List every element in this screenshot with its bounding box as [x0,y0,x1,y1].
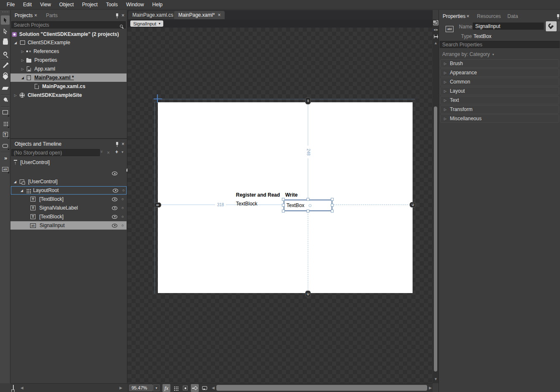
resize-handle-e[interactable] [331,204,334,207]
menu-help[interactable]: Help [148,2,167,8]
expanded-icon[interactable]: ◢ [14,180,16,184]
tree-item-solution[interactable]: Solution "ClientSDKExample" (2 projects) [10,30,127,38]
design-view-icon[interactable] [433,20,438,25]
vscroll-up-icon[interactable]: ▲ [434,41,438,45]
resize-handle-se[interactable] [331,210,334,212]
new-storyboard-icon[interactable]: + [115,149,118,155]
resize-handle-nw[interactable] [282,198,285,201]
menu-tools[interactable]: Tools [102,2,122,8]
tab-close-icon[interactable]: × [218,12,220,18]
object-row-textblock-2[interactable]: T [TextBlock] ○ [10,212,127,221]
scroll-right-icon[interactable]: ▶ [119,386,122,390]
eye-icon[interactable] [112,215,117,219]
resize-handle-s[interactable] [307,210,309,212]
search-properties-input[interactable] [440,41,560,48]
assets-tool-icon[interactable]: » [1,153,10,162]
tree-item-project[interactable]: ◢ ClientSDKExample [10,38,127,47]
category-brush[interactable]: ▷ Brush [440,59,559,68]
canvas-textblock-register-read[interactable]: Register and Read [236,192,280,198]
eye-icon[interactable] [112,206,117,210]
eraser-tool-icon[interactable] [1,83,10,93]
pan-tool-icon[interactable] [1,38,10,47]
tree-item-mainpage-xaml[interactable]: ◢ MainPage.xaml * [10,73,127,82]
lock-dot-icon[interactable]: ○ [122,206,124,210]
anchor-top-closed-icon[interactable]: ∞ [305,97,311,104]
xaml-view-icon[interactable]: <> [433,27,438,33]
scroll-left-icon[interactable]: ◀ [20,386,23,390]
tree-item-mainpage-cs[interactable]: MainPage.xaml.cs [10,82,127,91]
tab-resources[interactable]: Resources [477,13,501,19]
tree-item-references[interactable]: ▷ References [10,47,127,56]
object-row-signalinput[interactable]: ab SignalInput ○ [10,221,127,230]
resize-handle-ne[interactable] [331,198,334,201]
storyboard-open-icon[interactable]: » [99,150,104,153]
category-common[interactable]: ▷ Common [440,78,559,86]
anchor-left-closed-icon[interactable]: ∞ [154,202,161,207]
show-snap-grid-icon[interactable] [172,384,180,392]
object-row-signalvaluelabel[interactable]: T SignalValueLabel ○ [10,204,127,212]
collapsed-icon[interactable]: ▷ [21,58,24,62]
resize-handle-n[interactable] [307,198,309,201]
menu-view[interactable]: View [36,2,55,8]
selection-tool-icon[interactable] [1,15,10,25]
lock-dot-icon[interactable]: ○ [122,197,124,201]
scope-up-row[interactable]: ↑ [UserControl] [14,159,50,165]
scope-up-icon[interactable]: ↑ [14,160,17,165]
button-control-tool-icon[interactable] [1,141,10,150]
resize-handle-sw[interactable] [282,210,285,212]
direct-selection-tool-icon[interactable] [1,27,10,36]
hscroll-left-icon[interactable]: ◀ [212,386,215,390]
hscroll-thumb[interactable] [216,385,427,391]
tab-properties[interactable]: Properties [443,13,466,19]
projects-tab-close-icon[interactable]: × [34,13,37,18]
snap-to-gridlines-icon[interactable] [181,384,189,392]
lock-dot-icon[interactable]: ○ [122,215,124,219]
properties-tab-close-icon[interactable]: × [466,13,469,19]
tab-data[interactable]: Data [507,13,518,19]
menu-project[interactable]: Project [78,2,102,8]
vscroll-down-icon[interactable]: ▼ [434,377,438,381]
collapsed-icon[interactable]: ▷ [14,94,17,97]
menu-file[interactable]: File [3,2,19,8]
collapsed-icon[interactable]: ▷ [21,67,24,71]
zoom-level-value[interactable]: 95.47% [129,384,153,391]
canvas-textblock-write[interactable]: Write [285,192,298,198]
lock-dot-icon[interactable]: ○ [122,223,124,228]
storyboard-options-icon[interactable]: ▾ [122,150,124,154]
zoom-dropdown-icon[interactable]: ▾ [153,384,160,391]
tab-mainpage-xaml[interactable]: MainPage.xaml* × [174,11,225,19]
resize-handle-w[interactable] [282,204,285,207]
arrange-by-dropdown[interactable]: Arrange by: Category ▾ [442,51,494,57]
tree-item-site-project[interactable]: ▷ ClientSDKExampleSite [10,91,127,99]
expanded-icon[interactable]: ◢ [20,189,23,192]
category-layout[interactable]: ▷ Layout [440,87,559,95]
effects-rendering-icon[interactable]: fx [162,384,170,392]
category-appearance[interactable]: ▷ Appearance [440,68,559,77]
panel-close-icon[interactable]: × [122,13,124,18]
grid-tool-icon[interactable] [1,119,10,128]
breadcrumb-element-dropdown[interactable]: SignalInput ▾ [130,20,163,27]
category-miscellaneous[interactable]: ▷ Miscellaneous [440,114,559,123]
search-projects-input[interactable] [11,21,126,28]
object-row-usercontrol[interactable]: ◢ [UserControl] [10,177,127,186]
expanded-icon[interactable]: ◢ [14,41,17,45]
menu-window[interactable]: Window [122,2,148,8]
rectangle-tool-icon[interactable] [1,108,10,117]
hscroll-right-icon[interactable]: ▶ [429,386,432,390]
panel-close-icon[interactable]: × [122,141,124,147]
eye-icon[interactable] [113,189,118,192]
canvas-textblock-label[interactable]: TextBlock [236,201,257,207]
eye-icon[interactable] [112,224,117,228]
tree-item-appxaml[interactable]: ▷ App.xaml [10,65,127,73]
category-transform[interactable]: ▷ Transform [440,105,559,114]
collapsed-icon[interactable]: ▷ [21,50,24,53]
anchor-right-open-icon[interactable]: ∪ [410,202,416,207]
split-view-icon[interactable] [433,34,438,39]
vscroll-thumb[interactable] [434,106,437,372]
textbox-tool-icon[interactable]: abl [1,164,10,174]
tab-projects[interactable]: Projects [15,13,33,18]
object-row-layoutroot[interactable]: ◢ LayoutRoot ○ [11,186,127,195]
anchor-bottom-open-icon[interactable]: ∪ [305,291,311,297]
properties-view-button[interactable] [546,21,557,31]
menu-object[interactable]: Object [55,2,78,8]
